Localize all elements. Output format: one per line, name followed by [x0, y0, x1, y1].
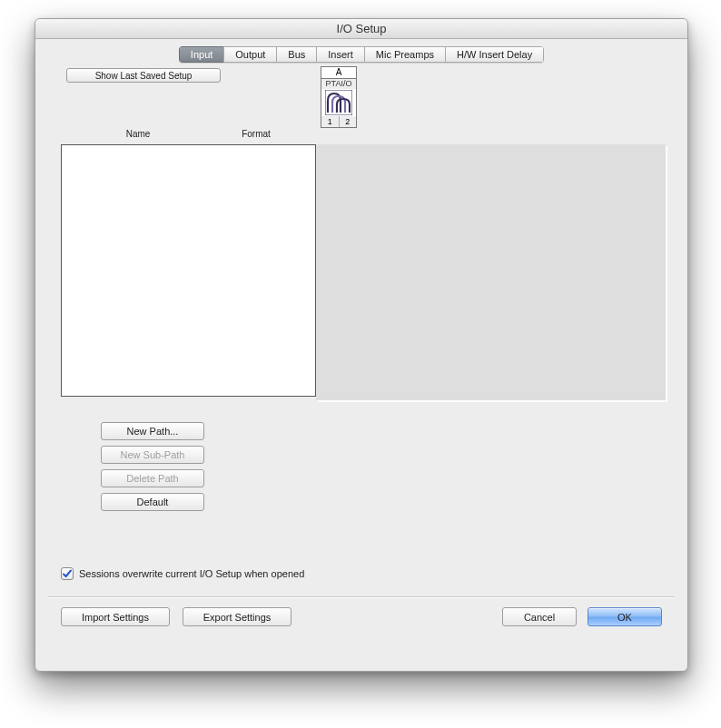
show-last-saved-container: Show Last Saved Setup: [66, 68, 221, 83]
column-name: Name: [61, 129, 215, 139]
io-setup-window: I/O Setup Input Output Bus Insert Mic Pr…: [35, 18, 688, 672]
io-channel-2[interactable]: 2: [340, 116, 357, 127]
window-title: I/O Setup: [337, 22, 387, 35]
io-device-label: PTAI/O: [321, 79, 357, 89]
io-slot-label[interactable]: A: [321, 66, 357, 79]
audio-interface-icon: [325, 90, 352, 115]
io-channel-1[interactable]: 1: [321, 116, 340, 127]
sessions-overwrite-label: Sessions overwrite current I/O Setup whe…: [79, 568, 304, 579]
channel-grid[interactable]: [316, 144, 666, 400]
export-settings-button[interactable]: Export Settings: [183, 607, 291, 626]
new-sub-path-button: New Sub-Path: [101, 446, 204, 464]
tab-input[interactable]: Input: [179, 46, 223, 63]
tab-mic-preamps[interactable]: Mic Preamps: [364, 46, 445, 63]
tab-insert[interactable]: Insert: [316, 46, 364, 63]
tab-output[interactable]: Output: [223, 46, 276, 63]
path-buttons: New Path... New Sub-Path Delete Path Def…: [101, 422, 204, 511]
cancel-button[interactable]: Cancel: [502, 607, 577, 626]
ok-button[interactable]: OK: [588, 607, 662, 626]
tab-row: Input Output Bus Insert Mic Preamps H/W …: [35, 46, 687, 63]
io-channel-row: 1 2: [321, 116, 357, 128]
sessions-overwrite-row: Sessions overwrite current I/O Setup whe…: [61, 567, 304, 580]
path-list[interactable]: [61, 144, 316, 397]
import-settings-button[interactable]: Import Settings: [61, 607, 170, 626]
window-titlebar: I/O Setup: [35, 19, 687, 39]
io-device-header: A PTAI/O 1 2: [321, 66, 357, 128]
tab-bus[interactable]: Bus: [276, 46, 316, 63]
delete-path-button: Delete Path: [101, 469, 204, 487]
new-path-button[interactable]: New Path...: [101, 422, 204, 440]
default-button[interactable]: Default: [101, 493, 204, 511]
show-last-saved-button[interactable]: Show Last Saved Setup: [66, 68, 221, 83]
divider: [48, 596, 675, 597]
tab-hw-insert-delay[interactable]: H/W Insert Delay: [445, 46, 544, 63]
svg-rect-0: [325, 90, 352, 115]
sessions-overwrite-checkbox[interactable]: [61, 567, 74, 580]
io-device-icon-cell[interactable]: [321, 89, 357, 116]
column-headers: Name Format: [61, 129, 297, 139]
checkmark-icon: [62, 568, 73, 579]
tab-group: Input Output Bus Insert Mic Preamps H/W …: [179, 46, 544, 63]
column-format: Format: [215, 129, 297, 139]
footer: Import Settings Export Settings Cancel O…: [61, 607, 662, 626]
